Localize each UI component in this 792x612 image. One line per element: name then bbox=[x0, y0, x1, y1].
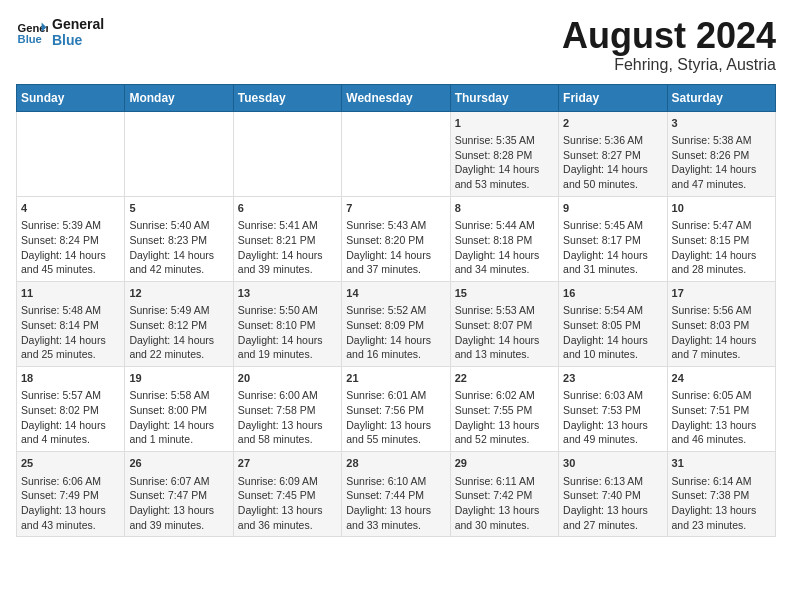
calendar-week-row: 25Sunrise: 6:06 AMSunset: 7:49 PMDayligh… bbox=[17, 452, 776, 537]
day-info-line: Daylight: 14 hours bbox=[672, 333, 771, 348]
day-info-line: Daylight: 13 hours bbox=[21, 503, 120, 518]
day-number: 26 bbox=[129, 456, 228, 471]
day-info-line: Daylight: 14 hours bbox=[129, 418, 228, 433]
day-number: 3 bbox=[672, 116, 771, 131]
day-number: 23 bbox=[563, 371, 662, 386]
day-info-line: Daylight: 14 hours bbox=[563, 333, 662, 348]
day-info-line: Sunset: 8:23 PM bbox=[129, 233, 228, 248]
day-info-line: and 58 minutes. bbox=[238, 432, 337, 447]
day-info-line: and 10 minutes. bbox=[563, 347, 662, 362]
calendar-day-18: 18Sunrise: 5:57 AMSunset: 8:02 PMDayligh… bbox=[17, 367, 125, 452]
day-info-line: Daylight: 14 hours bbox=[129, 248, 228, 263]
day-number: 24 bbox=[672, 371, 771, 386]
day-info-line: Sunset: 7:47 PM bbox=[129, 488, 228, 503]
day-info-line: Sunset: 8:26 PM bbox=[672, 148, 771, 163]
day-number: 10 bbox=[672, 201, 771, 216]
day-info-line: Daylight: 14 hours bbox=[563, 162, 662, 177]
day-info-line: Sunrise: 5:50 AM bbox=[238, 303, 337, 318]
day-info-line: and 42 minutes. bbox=[129, 262, 228, 277]
day-info-line: Sunset: 8:18 PM bbox=[455, 233, 554, 248]
calendar-day-26: 26Sunrise: 6:07 AMSunset: 7:47 PMDayligh… bbox=[125, 452, 233, 537]
day-info-line: Daylight: 13 hours bbox=[672, 503, 771, 518]
day-number: 1 bbox=[455, 116, 554, 131]
day-info-line: Sunset: 8:09 PM bbox=[346, 318, 445, 333]
calendar-day-21: 21Sunrise: 6:01 AMSunset: 7:56 PMDayligh… bbox=[342, 367, 450, 452]
calendar-body: 1Sunrise: 5:35 AMSunset: 8:28 PMDaylight… bbox=[17, 111, 776, 537]
calendar-day-5: 5Sunrise: 5:40 AMSunset: 8:23 PMDaylight… bbox=[125, 196, 233, 281]
day-info-line: Sunset: 8:24 PM bbox=[21, 233, 120, 248]
calendar-day-23: 23Sunrise: 6:03 AMSunset: 7:53 PMDayligh… bbox=[559, 367, 667, 452]
day-info-line: Sunset: 8:28 PM bbox=[455, 148, 554, 163]
day-info-line: Sunrise: 6:14 AM bbox=[672, 474, 771, 489]
day-info-line: and 13 minutes. bbox=[455, 347, 554, 362]
calendar-day-8: 8Sunrise: 5:44 AMSunset: 8:18 PMDaylight… bbox=[450, 196, 558, 281]
day-info-line: Daylight: 14 hours bbox=[238, 333, 337, 348]
day-info-line: Sunrise: 5:56 AM bbox=[672, 303, 771, 318]
day-info-line: Sunrise: 6:10 AM bbox=[346, 474, 445, 489]
day-info-line: Daylight: 14 hours bbox=[129, 333, 228, 348]
svg-text:Blue: Blue bbox=[18, 33, 42, 45]
day-info-line: and 19 minutes. bbox=[238, 347, 337, 362]
day-info-line: Daylight: 13 hours bbox=[346, 418, 445, 433]
day-number: 4 bbox=[21, 201, 120, 216]
day-info-line: Sunrise: 6:06 AM bbox=[21, 474, 120, 489]
day-info-line: Sunrise: 6:00 AM bbox=[238, 388, 337, 403]
weekday-header-tuesday: Tuesday bbox=[233, 84, 341, 111]
day-info-line: and 1 minute. bbox=[129, 432, 228, 447]
day-number: 17 bbox=[672, 286, 771, 301]
calendar-day-20: 20Sunrise: 6:00 AMSunset: 7:58 PMDayligh… bbox=[233, 367, 341, 452]
day-number: 8 bbox=[455, 201, 554, 216]
day-info-line: and 46 minutes. bbox=[672, 432, 771, 447]
calendar-day-12: 12Sunrise: 5:49 AMSunset: 8:12 PMDayligh… bbox=[125, 281, 233, 366]
day-info-line: Sunrise: 6:07 AM bbox=[129, 474, 228, 489]
day-info-line: Daylight: 13 hours bbox=[238, 503, 337, 518]
day-info-line: and 33 minutes. bbox=[346, 518, 445, 533]
day-number: 12 bbox=[129, 286, 228, 301]
day-info-line: Daylight: 14 hours bbox=[346, 248, 445, 263]
day-info-line: Sunset: 7:55 PM bbox=[455, 403, 554, 418]
day-info-line: and 23 minutes. bbox=[672, 518, 771, 533]
day-info-line: Sunset: 7:51 PM bbox=[672, 403, 771, 418]
calendar-week-row: 11Sunrise: 5:48 AMSunset: 8:14 PMDayligh… bbox=[17, 281, 776, 366]
day-info-line: and 45 minutes. bbox=[21, 262, 120, 277]
day-number: 14 bbox=[346, 286, 445, 301]
calendar-day-7: 7Sunrise: 5:43 AMSunset: 8:20 PMDaylight… bbox=[342, 196, 450, 281]
day-info-line: Daylight: 14 hours bbox=[563, 248, 662, 263]
day-info-line: Sunrise: 5:38 AM bbox=[672, 133, 771, 148]
calendar-title-block: August 2024 Fehring, Styria, Austria bbox=[562, 16, 776, 74]
day-info-line: Sunrise: 5:44 AM bbox=[455, 218, 554, 233]
calendar-day-31: 31Sunrise: 6:14 AMSunset: 7:38 PMDayligh… bbox=[667, 452, 775, 537]
day-info-line: and 34 minutes. bbox=[455, 262, 554, 277]
day-info-line: Daylight: 14 hours bbox=[21, 418, 120, 433]
day-info-line: Sunset: 8:21 PM bbox=[238, 233, 337, 248]
day-number: 30 bbox=[563, 456, 662, 471]
day-info-line: Sunrise: 5:58 AM bbox=[129, 388, 228, 403]
day-info-line: Sunrise: 5:41 AM bbox=[238, 218, 337, 233]
weekday-header-friday: Friday bbox=[559, 84, 667, 111]
calendar-day-16: 16Sunrise: 5:54 AMSunset: 8:05 PMDayligh… bbox=[559, 281, 667, 366]
day-info-line: Sunset: 7:38 PM bbox=[672, 488, 771, 503]
day-info-line: Daylight: 13 hours bbox=[346, 503, 445, 518]
day-number: 2 bbox=[563, 116, 662, 131]
day-info-line: Sunset: 7:58 PM bbox=[238, 403, 337, 418]
calendar-day-17: 17Sunrise: 5:56 AMSunset: 8:03 PMDayligh… bbox=[667, 281, 775, 366]
day-info-line: Daylight: 14 hours bbox=[672, 248, 771, 263]
calendar-day-28: 28Sunrise: 6:10 AMSunset: 7:44 PMDayligh… bbox=[342, 452, 450, 537]
day-info-line: Sunrise: 5:40 AM bbox=[129, 218, 228, 233]
weekday-header-monday: Monday bbox=[125, 84, 233, 111]
day-info-line: Daylight: 14 hours bbox=[455, 162, 554, 177]
calendar-day-22: 22Sunrise: 6:02 AMSunset: 7:55 PMDayligh… bbox=[450, 367, 558, 452]
day-info-line: and 36 minutes. bbox=[238, 518, 337, 533]
day-info-line: Daylight: 13 hours bbox=[238, 418, 337, 433]
day-number: 22 bbox=[455, 371, 554, 386]
day-number: 18 bbox=[21, 371, 120, 386]
day-info-line: Daylight: 14 hours bbox=[238, 248, 337, 263]
day-info-line: and 50 minutes. bbox=[563, 177, 662, 192]
logo-icon: General Blue bbox=[16, 16, 48, 48]
day-info-line: Daylight: 14 hours bbox=[21, 248, 120, 263]
weekday-header-sunday: Sunday bbox=[17, 84, 125, 111]
day-info-line: Sunrise: 5:53 AM bbox=[455, 303, 554, 318]
calendar-empty-cell bbox=[233, 111, 341, 196]
calendar-subtitle: Fehring, Styria, Austria bbox=[562, 56, 776, 74]
day-info-line: and 31 minutes. bbox=[563, 262, 662, 277]
